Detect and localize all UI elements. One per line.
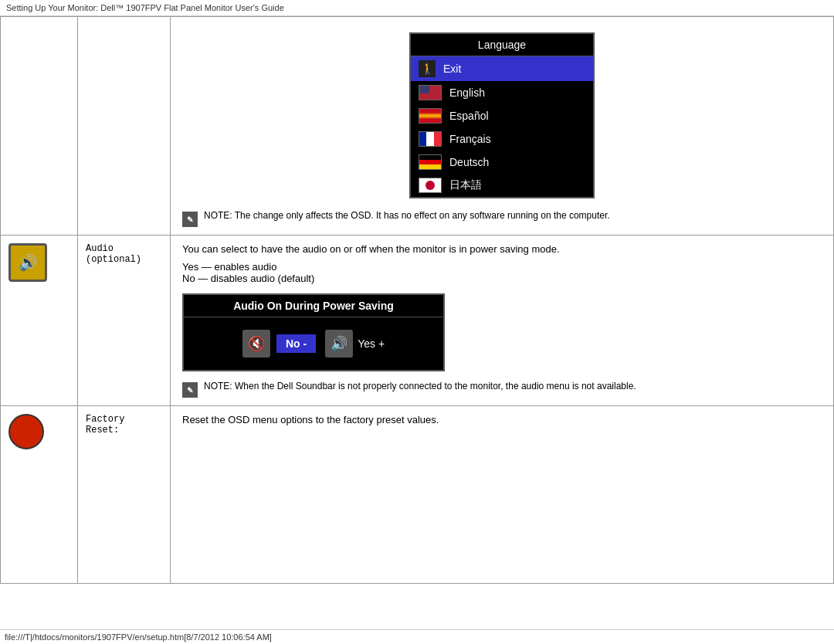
language-espanol-item[interactable]: Español: [411, 104, 593, 127]
audio-no-button[interactable]: No -: [276, 334, 316, 353]
language-note-area: ✎ NOTE: The change only affects the OSD.…: [182, 210, 822, 227]
factory-content-cell: Reset the OSD menu options to the factor…: [171, 406, 834, 584]
audio-content-cell: You can select to have the audio on or o…: [171, 236, 834, 406]
audio-osd-panel: Audio On During Power Saving 🔇 No - 🔊 Ye…: [182, 293, 445, 371]
factory-label-cell: Factory Reset:: [78, 406, 171, 584]
audio-description: You can select to have the audio on or o…: [182, 243, 822, 255]
language-note-text: NOTE: The change only affects the OSD. I…: [204, 210, 610, 221]
factory-label: Factory Reset:: [86, 414, 124, 436]
audio-label: Audio (optional): [86, 243, 141, 265]
francais-label: Français: [449, 133, 491, 145]
language-content-cell: Language 🚶 Exit English Español: [171, 17, 834, 236]
language-panel-title: Language: [411, 34, 593, 56]
audio-no-option[interactable]: 🔇 No -: [242, 330, 316, 358]
english-label: English: [449, 86, 485, 99]
exit-icon: 🚶: [419, 60, 436, 77]
audio-symbol: 🔊: [19, 253, 38, 272]
espanol-label: Español: [449, 110, 489, 122]
audio-no-desc: No — disables audio (default): [182, 273, 822, 284]
language-icon-cell: [1, 17, 78, 236]
flag-fr-icon: [419, 131, 442, 147]
flag-jp-icon: [419, 178, 442, 193]
audio-active-icon: 🔊: [325, 330, 353, 358]
main-content-table: Language 🚶 Exit English Español: [0, 16, 834, 584]
footer-bar: file:///T|/htdocs/monitors/1907FPV/en/se…: [0, 629, 834, 644]
audio-label-cell: Audio (optional): [78, 236, 171, 406]
language-english-item[interactable]: English: [411, 81, 593, 104]
audio-row: 🔊 Audio (optional) You can select to hav…: [1, 236, 834, 406]
language-deutsch-item[interactable]: Deutsch: [411, 151, 593, 174]
audio-note-icon: ✎: [182, 382, 198, 398]
audio-icon-cell: 🔊: [1, 236, 78, 406]
audio-note-text: NOTE: When the Dell Soundbar is not prop…: [204, 381, 636, 391]
flag-de-icon: [419, 154, 442, 170]
audio-yes-label: Yes +: [358, 337, 385, 350]
exit-label: Exit: [443, 63, 461, 75]
language-row: Language 🚶 Exit English Español: [1, 17, 834, 236]
flag-es-icon: [419, 108, 442, 124]
audio-yes-desc: Yes — enables audio: [182, 261, 822, 273]
note-icon: ✎: [182, 212, 198, 227]
audio-yes-option[interactable]: 🔊 Yes +: [325, 330, 385, 358]
language-francais-item[interactable]: Français: [411, 127, 593, 151]
language-japanese-item[interactable]: 日本語: [411, 174, 593, 197]
factory-icon-cell: [1, 406, 78, 584]
deutsch-label: Deutsch: [449, 156, 489, 168]
audio-mute-icon: 🔇: [242, 330, 270, 358]
factory-reset-row: Factory Reset: Reset the OSD menu option…: [1, 406, 834, 584]
language-osd-panel: Language 🚶 Exit English Español: [409, 32, 595, 198]
language-exit-item[interactable]: 🚶 Exit: [411, 56, 593, 81]
flag-us-icon: [419, 85, 442, 100]
audio-panel-title: Audio On During Power Saving: [184, 295, 443, 317]
footer-url: file:///T|/htdocs/monitors/1907FPV/en/se…: [5, 632, 272, 642]
audio-panel-body: 🔇 No - 🔊 Yes +: [184, 317, 443, 370]
factory-reset-icon: [8, 414, 44, 449]
language-label-cell: [78, 17, 171, 236]
audio-note-area: ✎ NOTE: When the Dell Soundbar is not pr…: [182, 381, 822, 398]
japanese-label: 日本語: [449, 178, 482, 192]
factory-description: Reset the OSD menu options to the factor…: [182, 414, 439, 425]
audio-icon: 🔊: [8, 243, 47, 282]
page-title: Setting Up Your Monitor: Dell™ 1907FPV F…: [0, 0, 834, 16]
